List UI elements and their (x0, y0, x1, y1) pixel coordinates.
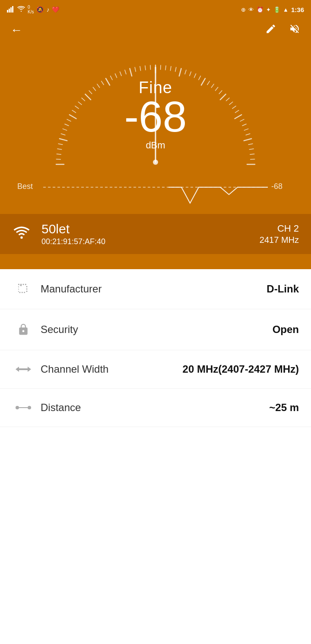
svg-line-23 (102, 81, 104, 85)
svg-line-30 (135, 67, 136, 72)
bluetooth-icon: ✦ (266, 6, 271, 13)
svg-line-51 (229, 102, 233, 104)
distance-value: ~25 m (269, 402, 299, 414)
svg-line-43 (199, 76, 201, 80)
svg-line-26 (115, 74, 117, 78)
svg-line-32 (145, 66, 146, 70)
svg-line-46 (211, 84, 214, 88)
channel-width-value: 20 MHz(2407-2427 MHz) (183, 363, 299, 375)
svg-line-38 (175, 67, 176, 72)
gauge-text: Fine -68 dBm (124, 79, 187, 151)
wifi-status-icon (17, 6, 25, 13)
svg-point-70 (20, 236, 23, 239)
distance-icon (12, 404, 35, 411)
svg-line-9 (60, 138, 67, 141)
wifi-ssid-block: 50let 00:21:91:57:AF:40 (41, 222, 249, 246)
wifi-channel: CH 2 (260, 223, 299, 234)
status-right-icons: ⊕ 👁 ⏰ ✦ 🔋 ▲ 1:36 (241, 6, 304, 13)
manufacturer-value: D-Link (267, 283, 299, 295)
svg-line-6 (57, 154, 61, 154)
health-icon: ❤️ (52, 6, 59, 13)
svg-line-22 (97, 84, 100, 88)
svg-line-28 (125, 70, 126, 74)
manufacturer-icon (12, 282, 35, 296)
svg-line-40 (185, 70, 186, 74)
music-icon: ♪ (46, 6, 49, 13)
back-button[interactable]: ← (10, 23, 22, 37)
wifi-info-bar: 50let 00:21:91:57:AF:40 CH 2 2417 MHz (0, 214, 311, 254)
svg-line-37 (170, 66, 171, 71)
svg-text:Best: Best (17, 182, 33, 191)
svg-line-10 (61, 134, 65, 135)
wifi-connected-icon (12, 224, 31, 244)
security-icon (12, 322, 35, 337)
security-label: Security (35, 324, 273, 336)
manufacturer-label: Manufacturer (35, 283, 267, 295)
svg-line-45 (207, 81, 209, 85)
svg-point-71 (16, 406, 19, 409)
privacy-icon: ⊕ (241, 6, 246, 13)
svg-line-50 (226, 98, 229, 101)
mute-button[interactable] (289, 23, 301, 37)
svg-line-19 (85, 94, 91, 100)
security-row: Security Open (0, 309, 311, 350)
svg-line-58 (246, 134, 250, 135)
wifi-ssid: 50let (41, 222, 249, 236)
svg-point-73 (28, 406, 31, 409)
status-left-icons: 0K/s 🔕 ♪ ❤️ (7, 5, 59, 14)
status-bar: 0K/s 🔕 ♪ ❤️ ⊕ 👁 ⏰ ✦ 🔋 ▲ 1:36 (0, 0, 311, 19)
time-display: 1:36 (291, 6, 304, 13)
svg-line-5 (56, 159, 60, 160)
battery-icon: 🔋 (273, 6, 280, 13)
security-value: Open (273, 324, 299, 336)
svg-line-62 (250, 154, 254, 154)
svg-rect-1 (9, 9, 10, 13)
svg-line-21 (93, 87, 95, 91)
svg-rect-3 (12, 6, 13, 13)
svg-line-12 (65, 124, 69, 126)
svg-line-16 (75, 106, 79, 109)
channel-width-label: Channel Width (35, 363, 183, 375)
svg-line-7 (57, 149, 62, 150)
edit-button[interactable] (265, 23, 276, 37)
distance-row: Distance ~25 m (0, 389, 311, 427)
eye-icon: 👁 (248, 6, 254, 13)
distance-label: Distance (35, 402, 269, 414)
gauge-area: ← (0, 19, 311, 269)
gauge-dbm-value: -68 (124, 95, 187, 138)
svg-line-59 (244, 138, 251, 141)
svg-line-36 (165, 66, 166, 70)
svg-line-47 (215, 87, 218, 91)
best-line-area: Best -68 (0, 175, 311, 214)
svg-line-52 (232, 106, 236, 109)
gauge-unit: dBm (146, 140, 165, 151)
svg-line-53 (235, 110, 239, 113)
svg-line-61 (249, 149, 254, 150)
svg-line-49 (220, 94, 226, 100)
network-icon: ▲ (283, 6, 289, 13)
toolbar: ← (0, 23, 311, 37)
dnd-icon: 🔕 (36, 6, 44, 13)
wifi-channel-block: CH 2 2417 MHz (260, 223, 299, 245)
svg-line-20 (89, 91, 92, 94)
svg-line-57 (244, 129, 248, 131)
svg-line-29 (130, 69, 132, 76)
alarm-icon: ⏰ (257, 6, 263, 13)
svg-line-15 (72, 110, 76, 113)
signal-icon (7, 6, 15, 14)
svg-line-8 (58, 144, 63, 145)
svg-line-55 (240, 119, 244, 122)
svg-rect-72 (19, 407, 28, 408)
channel-width-icon (12, 364, 35, 374)
best-line-svg: Best -68 (13, 179, 298, 214)
wifi-frequency: 2417 MHz (260, 235, 299, 245)
svg-rect-2 (10, 7, 12, 13)
svg-line-31 (140, 66, 141, 71)
svg-line-39 (179, 69, 181, 76)
svg-line-41 (190, 72, 191, 75)
wifi-mac: 00:21:91:57:AF:40 (41, 237, 249, 246)
svg-line-24 (106, 79, 110, 85)
svg-line-18 (82, 98, 85, 101)
gauge-container: .tick { stroke: rgba(255,255,255,0.7); s… (43, 41, 268, 175)
svg-line-33 (150, 65, 151, 69)
